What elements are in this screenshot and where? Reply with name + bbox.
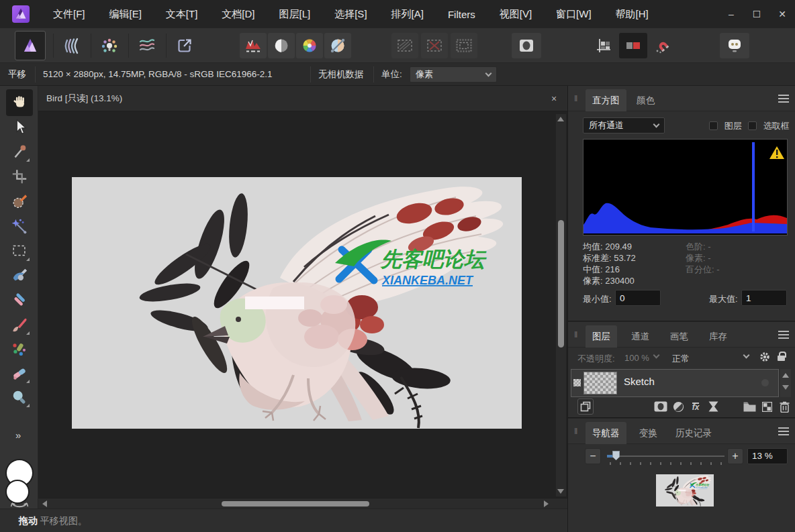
clone-brush-tool[interactable] [7, 337, 32, 361]
horizontal-scroll-thumb[interactable] [222, 501, 369, 507]
opacity-chevron[interactable] [653, 352, 660, 359]
vertical-scrollbar[interactable] [556, 114, 566, 496]
menu-edit[interactable]: 编辑[E] [105, 5, 146, 23]
adjustment-layer-button[interactable] [670, 398, 686, 415]
zoom-slider-thumb[interactable] [612, 451, 620, 460]
tab-channels[interactable]: 通道 [624, 325, 656, 348]
document-tab[interactable]: Bird [只读] (13.1%) [46, 86, 122, 111]
auto-contrast-button[interactable] [268, 33, 295, 58]
paint-brush-tool[interactable] [7, 313, 32, 337]
scroll-right-arrow[interactable] [544, 500, 549, 507]
zoom-slider-track[interactable] [607, 456, 724, 457]
paint-mixer-brush-tool[interactable] [7, 263, 32, 287]
maximize-button[interactable]: ☐ [744, 0, 769, 28]
lock-icon[interactable] [778, 356, 785, 361]
minimize-button[interactable]: – [718, 0, 744, 28]
layer-settings-gear-icon[interactable] [759, 352, 770, 362]
develop-persona-button[interactable] [94, 31, 125, 60]
liquify-persona-button[interactable] [56, 31, 87, 60]
tab-history[interactable]: 历史记录 [669, 422, 718, 444]
background-color-swatch[interactable] [7, 481, 28, 502]
group-layers-button[interactable] [741, 398, 757, 415]
color-picker-tool[interactable] [7, 140, 32, 164]
select-all-button[interactable] [391, 33, 418, 58]
opacity-value[interactable]: 100 % [624, 353, 649, 363]
force-pixel-alignment-button[interactable] [590, 33, 618, 58]
new-pixel-layer-button[interactable] [759, 398, 775, 415]
auto-white-balance-button[interactable] [324, 33, 351, 58]
navigator-thumbnail[interactable] [656, 474, 714, 507]
blur-tool[interactable] [7, 385, 32, 409]
zoom-value-field[interactable]: 13 % [747, 448, 788, 464]
layer-visibility-toggle[interactable] [761, 379, 769, 386]
menu-window[interactable]: 窗口[W] [552, 5, 596, 23]
tone-mapping-persona-button[interactable] [132, 31, 162, 60]
edit-all-layers-icon[interactable] [573, 379, 581, 386]
blend-mode-value[interactable]: 正常 [672, 353, 690, 365]
zoom-in-button[interactable]: + [727, 448, 743, 464]
panel-drag-grip[interactable]: ‖ [574, 93, 578, 103]
invert-selection-button[interactable] [451, 33, 477, 58]
menu-help[interactable]: 帮助[H] [612, 5, 653, 23]
panel-drag-grip[interactable]: ‖ [574, 329, 578, 339]
layer-scroll-up[interactable] [782, 373, 789, 378]
layer-thumbnail[interactable] [583, 372, 617, 394]
flood-select-tool[interactable] [7, 214, 32, 238]
crop-tool[interactable] [7, 164, 32, 189]
auto-colors-button[interactable] [296, 33, 323, 58]
unit-dropdown[interactable]: 像素 [410, 66, 497, 83]
channels-dropdown[interactable]: 所有通道 [583, 117, 665, 134]
auto-levels-button[interactable] [240, 33, 267, 58]
scroll-up-arrow[interactable] [557, 117, 564, 121]
max-value-input[interactable] [741, 290, 787, 306]
tab-transform[interactable]: 变换 [633, 422, 664, 444]
deselect-button[interactable] [421, 33, 448, 58]
move-by-whole-pixels-button[interactable] [619, 33, 647, 58]
erase-brush-tool[interactable] [7, 361, 32, 385]
panel-drag-grip[interactable]: ‖ [574, 426, 578, 436]
layer-checkbox[interactable] [709, 121, 718, 130]
layer-effects-button[interactable]: fx [688, 398, 704, 415]
menu-document[interactable]: 文档[D] [218, 5, 259, 23]
layer-scroll-down[interactable] [782, 385, 789, 390]
layer-row-sketch[interactable]: Sketch [571, 369, 779, 397]
tab-navigator[interactable]: 导航器 [586, 422, 626, 444]
assistant-button[interactable] [720, 33, 749, 58]
tab-histogram[interactable]: 直方图 [586, 89, 626, 111]
move-tool[interactable] [7, 115, 32, 139]
view-tool[interactable] [6, 89, 33, 116]
selection-brush-tool[interactable] [7, 189, 32, 213]
min-value-input[interactable] [615, 290, 661, 306]
vertical-scroll-thumb[interactable] [558, 220, 564, 348]
close-button[interactable]: ✕ [769, 0, 795, 28]
scroll-down-arrow[interactable] [557, 489, 564, 494]
document-canvas[interactable]: 先客吧论坛 XIANKEBA.NET [72, 177, 522, 429]
pixel-tool[interactable] [7, 287, 32, 311]
blend-mode-chevron[interactable] [743, 352, 750, 359]
scroll-left-arrow[interactable] [42, 500, 47, 507]
panel-menu-icon[interactable] [778, 95, 789, 103]
export-persona-button[interactable] [169, 31, 200, 60]
quick-mask-button[interactable] [512, 33, 541, 58]
menu-arrange[interactable]: 排列[A] [387, 5, 428, 23]
marquee-checkbox[interactable] [748, 121, 757, 130]
zoom-out-button[interactable]: − [585, 448, 601, 464]
menu-filters[interactable]: Filters [444, 6, 479, 23]
menu-select[interactable]: 选择[S] [330, 5, 371, 23]
layer-list-scrollbar[interactable] [780, 369, 791, 397]
menu-file[interactable]: 文件[F] [49, 5, 89, 23]
menu-view[interactable]: 视图[V] [496, 5, 536, 23]
tab-color[interactable]: 颜色 [630, 89, 661, 111]
tab-layers[interactable]: 图层 [586, 325, 617, 348]
rectangular-marquee-tool[interactable] [7, 239, 32, 263]
tab-stock[interactable]: 库存 [702, 325, 734, 348]
menu-text[interactable]: 文本[T] [162, 5, 202, 23]
panel-menu-icon[interactable] [778, 427, 789, 435]
canvas-viewport[interactable]: 先客吧论坛 XIANKEBA.NET [38, 111, 567, 498]
horizontal-scrollbar[interactable] [38, 498, 567, 509]
photo-persona-button[interactable] [15, 31, 46, 60]
histogram-warning-icon[interactable] [769, 146, 784, 159]
mask-layer-button[interactable] [653, 398, 669, 415]
tab-close-icon[interactable]: × [547, 92, 561, 105]
delete-layer-button[interactable] [776, 398, 792, 415]
